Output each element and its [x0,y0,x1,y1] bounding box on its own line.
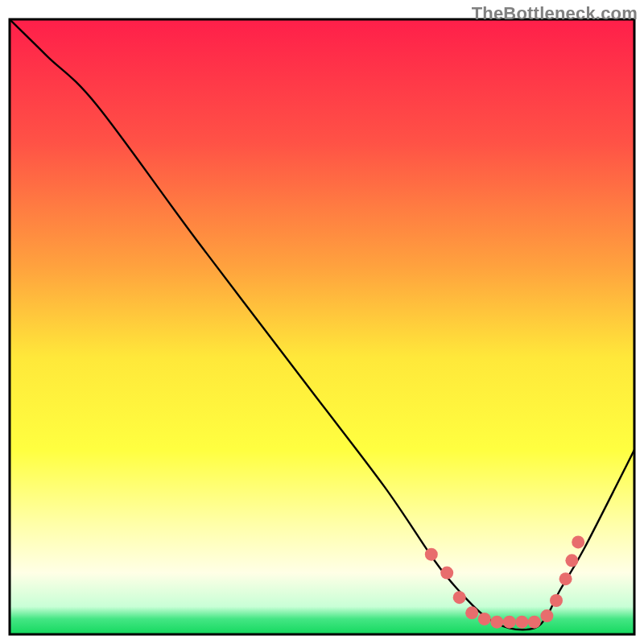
watermark-text: TheBottleneck.com [472,3,638,24]
scatter-dot [425,548,438,561]
chart-root: TheBottleneck.com [0,0,644,644]
bottleneck-chart [0,0,644,644]
scatter-dot [490,616,503,629]
scatter-dot [453,591,466,604]
scatter-dot [440,567,453,580]
scatter-dot [465,606,478,619]
scatter-dot [503,616,516,629]
scatter-dot [565,554,578,567]
scatter-dot [515,616,528,629]
scatter-dot [540,609,553,622]
scatter-dot [528,616,541,629]
scatter-dot [550,594,563,607]
scatter-dot [478,613,491,625]
scatter-dot [559,572,572,585]
gradient-background [10,19,634,634]
scatter-dot [572,535,584,548]
